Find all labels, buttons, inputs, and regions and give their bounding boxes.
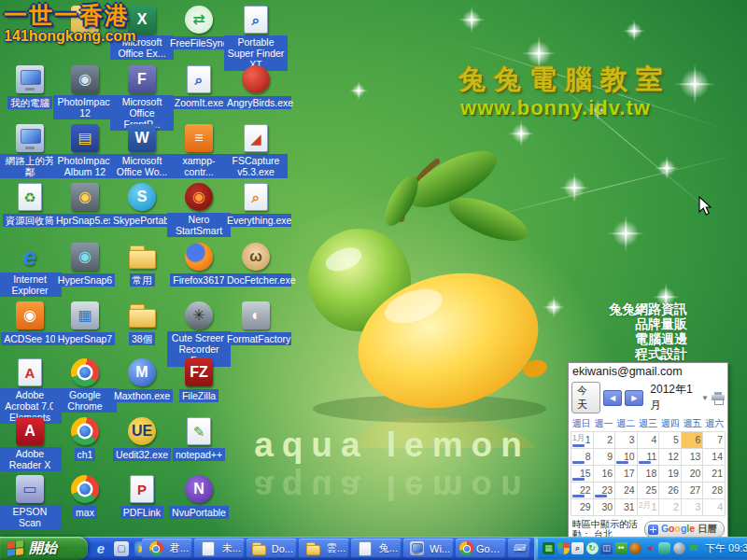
snipping-tray-icon[interactable]: ⌕	[571, 542, 584, 554]
calendar-cell[interactable]: 4	[703, 499, 726, 516]
today-button[interactable]: 今天	[571, 382, 600, 413]
start-button[interactable]: 開始	[0, 537, 88, 560]
calendar-cell[interactable]: 5	[659, 432, 682, 449]
ie-quicklaunch-icon[interactable]: e	[93, 541, 108, 556]
xampp-icon[interactable]: ≡xampp-contr...	[167, 124, 231, 179]
freefilesync-tray-icon[interactable]: ↻	[586, 542, 599, 554]
calendar-cell[interactable]: 27	[682, 483, 704, 499]
calendar-cell[interactable]: 8	[571, 449, 594, 466]
formatfactory-icon[interactable]: ◐FormatFactory	[224, 301, 288, 346]
weekday-header-row: 週日週一週二週三週四週五週六	[569, 415, 727, 431]
calendar-cell[interactable]: 23	[594, 483, 616, 499]
month-dropdown-icon[interactable]: ▼	[701, 394, 709, 402]
calendar-cell[interactable]: 28	[703, 483, 726, 499]
everything-icon[interactable]: ⌕Everything.exe	[224, 183, 288, 228]
calendar-cell[interactable]: 22	[571, 483, 594, 499]
taskbar-button[interactable]: 君...	[142, 539, 192, 558]
calendar-cell[interactable]: 15	[571, 466, 594, 483]
calendar-cell[interactable]: 2月1	[638, 499, 660, 516]
calendar-cell[interactable]: 10	[615, 449, 638, 466]
prev-month-button[interactable]: ◀	[603, 390, 622, 406]
volume-icon[interactable]: ◄	[644, 542, 656, 554]
taskbar-button[interactable]: 未...	[194, 539, 245, 558]
security-shield-icon[interactable]	[557, 542, 570, 554]
usb-tray-icon[interactable]: ••	[615, 542, 627, 554]
messenger-phone-icon[interactable]: ☎	[687, 542, 699, 554]
calendar-cell[interactable]: 3	[682, 499, 704, 516]
nvu-icon[interactable]: NNvuPortable	[167, 475, 231, 520]
taskbar-button[interactable]: Do...	[247, 539, 297, 558]
tray-teal-icon[interactable]	[658, 542, 670, 554]
calendar-cell[interactable]: 3	[615, 432, 638, 449]
tray-green-grid-icon[interactable]: ▦	[543, 542, 555, 554]
word-icon[interactable]: WMicrosoft Office Wo...	[110, 124, 174, 179]
chrome-icon[interactable]: max	[53, 475, 117, 520]
angrybirds-icon[interactable]: AngryBirds.exe	[224, 65, 288, 110]
calendar-cell[interactable]: 7	[703, 432, 726, 449]
calendar-cell-today[interactable]: 6	[682, 432, 704, 449]
tray-round-icon[interactable]	[673, 542, 685, 554]
calendar-cell[interactable]: 9	[594, 449, 616, 466]
filezilla-icon[interactable]: FZFileZilla	[167, 358, 231, 403]
nero-startsmart-icon[interactable]: ◉Nero StartSmart	[167, 183, 231, 238]
start-label: 開始	[29, 539, 57, 557]
folder-icon[interactable]: 38個	[110, 301, 174, 346]
taskbar-button[interactable]: Wi...	[403, 539, 454, 558]
update-tray-icon[interactable]	[629, 542, 641, 554]
chrome-icon[interactable]: ch1	[53, 417, 117, 462]
calendar-cell[interactable]: 29	[571, 499, 594, 516]
calendar-cell[interactable]: 14	[703, 449, 726, 466]
taskbar-clock[interactable]: 下午 09:34	[705, 541, 747, 555]
calendar-cell[interactable]: 20	[682, 466, 704, 483]
maxthon-icon[interactable]: MMaxthon.exe	[110, 358, 174, 403]
taskbar-button[interactable]: 雲...	[299, 539, 349, 558]
calendar-cell[interactable]: 24	[615, 483, 638, 499]
notepadpp-icon[interactable]: ✎notepad++	[167, 417, 231, 462]
calendar-cell[interactable]: 12	[659, 449, 682, 466]
calendar-cell[interactable]: 30	[594, 499, 616, 516]
zoomit-icon[interactable]: ⌕ZoomIt.exe	[167, 65, 231, 110]
calendar-cell[interactable]: 26	[659, 483, 682, 499]
freefilesync-icon[interactable]: ⇄FreeFileSync	[167, 6, 231, 50]
calendar-cell[interactable]: 19	[659, 466, 682, 483]
calendar-cell[interactable]: 31	[615, 499, 638, 516]
google-calendar-button[interactable]: Google 日曆	[644, 521, 725, 537]
taskbar-button[interactable]: Goo...	[456, 539, 506, 558]
calendar-cell[interactable]: 4	[638, 432, 660, 449]
keyboard-language-icon[interactable]: ⌨	[508, 539, 530, 558]
calendar-cell[interactable]: 18	[638, 466, 660, 483]
photoimpact-album-icon[interactable]: ▤PhotoImpact Album 12	[53, 124, 117, 179]
calendar-cell[interactable]: 25	[638, 483, 660, 499]
fscapture-icon[interactable]: ◢FSCapture v5.3.exe	[224, 124, 288, 179]
google-calendar-gadget[interactable]: ekiwanis@gmail.com 今天 ◀ ▶ 2012年1月 ▼ 週日週一…	[568, 362, 728, 537]
chrome-icon[interactable]: Google Chrome	[53, 358, 117, 413]
calendar-cell[interactable]: 16	[594, 466, 616, 483]
calendar-cell[interactable]: 21	[703, 466, 726, 483]
skype-icon[interactable]: SSkypePortable5	[110, 183, 174, 228]
calendar-cell[interactable]: 2	[659, 499, 682, 516]
hypersnap6-icon[interactable]: ◉HyperSnap6	[53, 243, 117, 287]
calendar-cell[interactable]: 13	[682, 449, 704, 466]
print-icon[interactable]	[712, 392, 723, 403]
network-tray-icon[interactable]: ◫	[600, 542, 613, 554]
calendar-cell[interactable]: 1月1	[571, 432, 594, 449]
hypersnap7-icon[interactable]: ▦HyperSnap7	[53, 301, 117, 346]
show-desktop-icon[interactable]: ▢	[114, 541, 129, 556]
uedit-icon[interactable]: UEUedit32.exe	[110, 417, 174, 462]
folder-icon[interactable]: 常用	[110, 243, 174, 287]
firefox-icon[interactable]: Firefox3617	[167, 243, 231, 287]
hprsnap5-icon[interactable]: ◉HprSnap5.exe	[53, 183, 117, 228]
calendar-cell[interactable]: 17	[615, 466, 638, 483]
info-line: 程式設計	[609, 346, 687, 361]
photoimpact12-icon[interactable]: ◉PhotoImpact 12	[53, 65, 117, 120]
taskbar-button[interactable]: 兔...	[351, 539, 402, 558]
calendar-cell[interactable]: 11	[638, 449, 660, 466]
desktop[interactable]: 一世一香港 141hongkong.com 兔兔電腦教室 www.bonny.i…	[0, 0, 747, 537]
docfetcher-icon[interactable]: ωDocFetcher.exe	[224, 243, 288, 287]
calendar-cell[interactable]: 2	[594, 432, 616, 449]
pdflink-icon[interactable]: PPDFLink	[110, 475, 174, 520]
event-indicator	[616, 461, 628, 464]
frontpage-icon[interactable]: FMicrosoft Office FrontP...	[110, 65, 174, 132]
super-finder-icon[interactable]: ⌕Portable Super Finder XT	[224, 6, 288, 72]
next-month-button[interactable]: ▶	[625, 390, 643, 406]
